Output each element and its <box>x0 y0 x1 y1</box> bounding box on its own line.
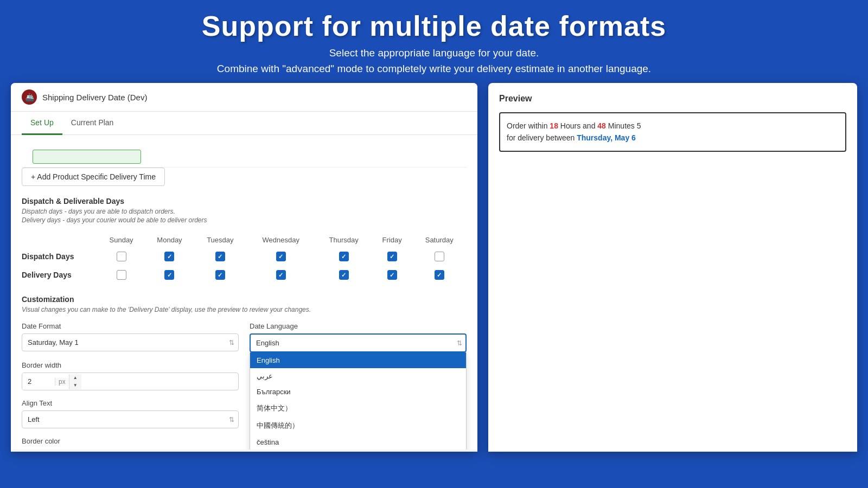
header-wednesday: Wednesday <box>246 233 316 247</box>
app-title: Shipping Delivery Date (Dev) <box>42 93 147 102</box>
preview-minutes-label: Minutes <box>606 121 637 130</box>
preview-suffix: 5 <box>637 121 641 130</box>
lang-option-czech[interactable]: čeština <box>250 434 466 450</box>
date-format-select-wrapper: Saturday, May 1 <box>22 333 239 351</box>
customization-desc: Visual changes you can make to the 'Deli… <box>22 306 467 313</box>
tab-current-plan[interactable]: Current Plan <box>62 112 123 135</box>
dispatch-desc-2: Delivery days - days your courier would … <box>22 216 467 224</box>
dispatch-section-title: Dispatch & Deliverable Days <box>22 197 467 206</box>
date-language-dropdown-list: English عربي Български 简体中文） 中國傳統的） češt… <box>250 352 467 450</box>
border-width-suffix: px <box>55 378 69 386</box>
border-width-spinner: ▲ ▼ <box>69 374 81 389</box>
date-format-language-row: Date Format Saturday, May 1 Date Languag… <box>22 322 467 352</box>
dispatch-sunday-checkbox[interactable] <box>117 252 126 261</box>
tab-setup[interactable]: Set Up <box>22 112 62 135</box>
lang-option-chinese-traditional[interactable]: 中國傳統的） <box>250 417 466 434</box>
preview-text-before: Order within <box>507 121 550 130</box>
dispatch-days-row: Dispatch Days <box>22 247 467 266</box>
dispatch-tuesday-checkbox[interactable] <box>215 252 225 261</box>
lang-option-chinese-simplified[interactable]: 简体中文） <box>250 400 466 417</box>
delivery-label: Delivery Days <box>22 266 98 284</box>
dispatch-monday-checkbox[interactable] <box>164 252 174 261</box>
date-language-select[interactable]: English <box>250 333 467 352</box>
header-thursday: Thursday <box>316 233 372 247</box>
border-width-down-button[interactable]: ▼ <box>69 382 81 389</box>
lang-option-bulgarian[interactable]: Български <box>250 384 466 400</box>
preview-line2-before: for delivery between <box>507 133 577 142</box>
delivery-sunday-checkbox[interactable] <box>117 270 126 280</box>
delivery-friday-checkbox[interactable] <box>387 270 397 280</box>
preview-box: Order within 18 Hours and 48 Minutes 5 f… <box>499 112 846 152</box>
preview-hours-label: Hours and <box>558 121 597 130</box>
header-monday: Monday <box>145 233 194 247</box>
header-friday: Friday <box>372 233 412 247</box>
align-text-select[interactable]: Left <box>22 410 239 428</box>
lang-option-arabic[interactable]: عربي <box>250 368 466 384</box>
preview-delivery-date: Thursday, May 6 <box>577 133 636 142</box>
border-width-label: Border width <box>22 361 239 369</box>
border-width-up-button[interactable]: ▲ <box>69 374 81 382</box>
border-width-group: Border width px ▲ ▼ <box>22 361 239 390</box>
dispatch-wednesday-checkbox[interactable] <box>276 252 286 261</box>
preview-minutes: 48 <box>597 121 606 130</box>
date-language-select-wrapper: English <box>250 333 467 352</box>
dispatch-friday-checkbox[interactable] <box>387 252 397 261</box>
border-width-input[interactable] <box>22 373 55 390</box>
date-format-label: Date Format <box>22 322 239 330</box>
preview-hours: 18 <box>550 121 558 130</box>
header-sunday: Sunday <box>98 233 145 247</box>
dispatch-thursday-checkbox[interactable] <box>339 252 349 261</box>
app-logo-icon: 🚢 <box>22 89 37 105</box>
app-nav: Set Up Current Plan <box>11 112 477 135</box>
date-language-group: Date Language English English عربي Бълга… <box>250 322 467 352</box>
date-language-label: Date Language <box>250 322 467 330</box>
app-header: 🚢 Shipping Delivery Date (Dev) <box>11 83 477 112</box>
days-table: Sunday Monday Tuesday Wednesday Thursday… <box>22 233 467 284</box>
dispatch-saturday-checkbox[interactable] <box>435 252 444 261</box>
hero-subtitle: Select the appropriate language for your… <box>11 46 857 76</box>
date-format-select[interactable]: Saturday, May 1 <box>22 333 239 351</box>
customization-title: Customization <box>22 295 467 304</box>
add-product-delivery-time-button[interactable]: + Add Product Specific Delivery Time <box>22 168 165 186</box>
delivery-saturday-checkbox[interactable] <box>435 270 444 280</box>
header-tuesday: Tuesday <box>194 233 246 247</box>
preview-panel: Preview Order within 18 Hours and 48 Min… <box>488 83 857 452</box>
dispatch-desc-1: Dispatch days - days you are able to dis… <box>22 208 467 215</box>
border-width-input-wrapper: px ▲ ▼ <box>22 373 239 390</box>
delivery-tuesday-checkbox[interactable] <box>215 270 225 280</box>
delivery-thursday-checkbox[interactable] <box>339 270 349 280</box>
align-text-select-wrapper: Left <box>22 410 239 428</box>
preview-title: Preview <box>499 94 846 104</box>
align-text-label: Align Text <box>22 399 239 407</box>
customization-section: Customization Visual changes you can mak… <box>22 295 467 448</box>
app-panel: 🚢 Shipping Delivery Date (Dev) Set Up Cu… <box>11 83 477 452</box>
header-saturday: Saturday <box>412 233 467 247</box>
hero-section: Support for multiple date formats Select… <box>0 0 868 83</box>
hero-title: Support for multiple date formats <box>11 10 857 42</box>
align-text-group: Align Text Left <box>22 399 239 428</box>
dispatch-label: Dispatch Days <box>22 247 98 266</box>
date-format-group: Date Format Saturday, May 1 <box>22 322 239 352</box>
delivery-monday-checkbox[interactable] <box>164 270 174 280</box>
lang-option-english[interactable]: English <box>250 352 466 368</box>
delivery-wednesday-checkbox[interactable] <box>276 270 286 280</box>
partial-scroll-indicator <box>22 146 467 168</box>
delivery-days-row: Delivery Days <box>22 266 467 284</box>
app-body: + Add Product Specific Delivery Time Dis… <box>11 135 477 450</box>
content-wrapper: 🚢 Shipping Delivery Date (Dev) Set Up Cu… <box>11 83 857 452</box>
